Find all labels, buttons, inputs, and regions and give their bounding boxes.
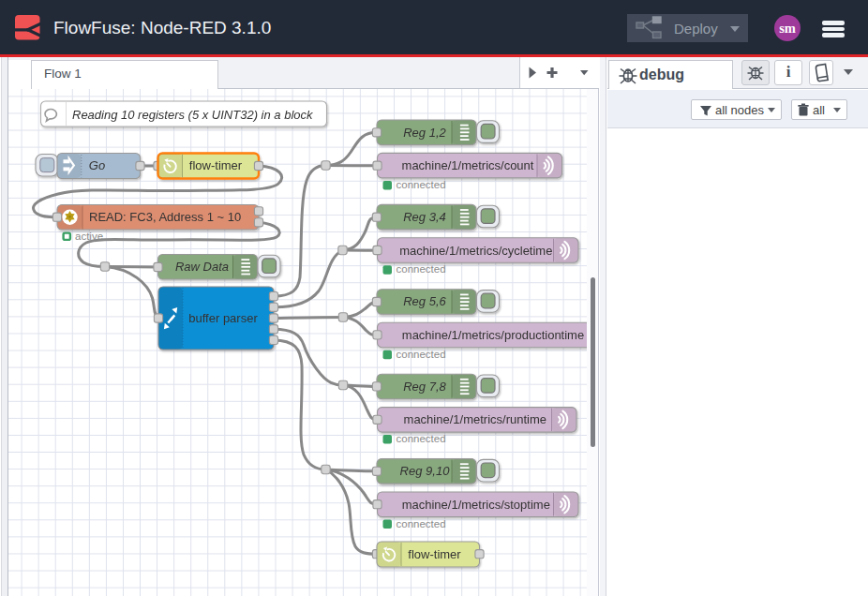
- svg-text:machine/1/metrics/count: machine/1/metrics/count: [402, 158, 534, 172]
- svg-text:active: active: [75, 231, 103, 242]
- svg-text:connected: connected: [397, 349, 446, 360]
- svg-text:Reg 1,2: Reg 1,2: [403, 126, 446, 140]
- svg-text:Reading 10 registers (5 x UINT: Reading 10 registers (5 x UINT32) in a b…: [72, 108, 314, 122]
- svg-text:connected: connected: [397, 518, 446, 529]
- svg-text:Raw Data: Raw Data: [175, 260, 229, 274]
- svg-text:Reg 3,4: Reg 3,4: [403, 210, 446, 224]
- svg-text:machine/1/metrics/productionti: machine/1/metrics/productiontime: [402, 328, 584, 342]
- svg-text:Go: Go: [89, 158, 105, 172]
- svg-text:machine/1/metrics/stoptime: machine/1/metrics/stoptime: [402, 498, 550, 512]
- svg-text:machine/1/metrics/cycletime: machine/1/metrics/cycletime: [399, 244, 552, 258]
- svg-text:buffer parser: buffer parser: [188, 311, 258, 325]
- svg-text:Reg 7,8: Reg 7,8: [403, 380, 446, 394]
- svg-text:Reg 9,10: Reg 9,10: [400, 464, 451, 478]
- svg-text:connected: connected: [397, 263, 446, 275]
- svg-text:flow-timer: flow-timer: [189, 158, 243, 172]
- svg-text:Reg 5,6: Reg 5,6: [403, 294, 446, 308]
- svg-text:machine/1/metrics/runtime: machine/1/metrics/runtime: [404, 412, 546, 426]
- svg-text:connected: connected: [397, 179, 446, 190]
- svg-text:connected: connected: [397, 433, 446, 444]
- svg-text:READ: FC3, Address 1 ~ 10: READ: FC3, Address 1 ~ 10: [89, 210, 241, 224]
- svg-text:flow-timer: flow-timer: [408, 547, 461, 561]
